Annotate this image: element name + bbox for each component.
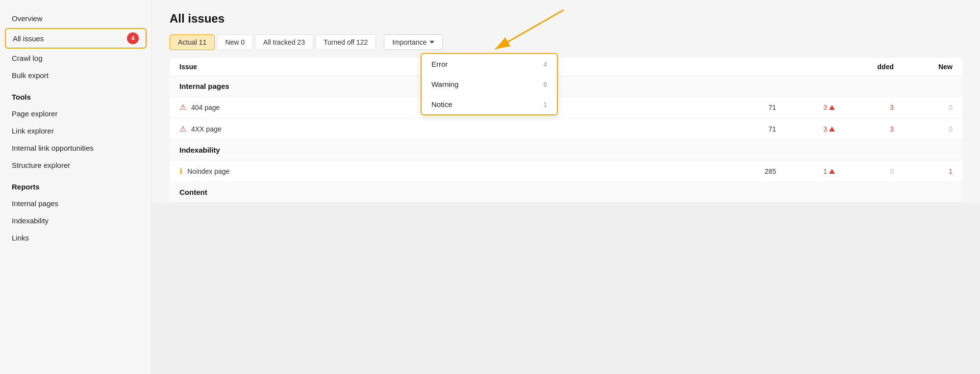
section-content: Content (170, 182, 962, 203)
issue-cell-noindex: ℹ Noindex page (179, 166, 717, 176)
col-added: dded (835, 63, 894, 71)
main-header: All issues Actual 11 New 0 All tracked 2… (152, 0, 980, 58)
table-header: Issue dded New (170, 58, 962, 76)
trend-up-icon: 1 (823, 167, 835, 175)
triangle-up-icon (829, 127, 835, 132)
sidebar-item-label: Bulk export (12, 71, 49, 80)
cell-new-404: 0 (894, 104, 953, 111)
notice-icon: ℹ (179, 166, 182, 176)
issues-table: Issue dded New Internal pages ⚠ 404 page (170, 58, 962, 203)
importance-dropdown-menu: Error 4 Warning 6 Notice 1 (421, 53, 558, 115)
sidebar-item-crawl-log[interactable]: Crawl log (0, 50, 151, 67)
trend-up-icon: 3 (823, 104, 835, 111)
sidebar-item-label: Crawl log (12, 54, 43, 62)
dropdown-item-warning[interactable]: Warning 6 (422, 74, 557, 94)
cell-new-4xx: 0 (894, 125, 953, 133)
cell-value-noindex: 285 (717, 167, 776, 175)
cell-change-noindex: 1 (776, 167, 835, 175)
sidebar-item-label: Page explorer (12, 109, 57, 118)
reports-section-title: Reports (0, 174, 151, 195)
table-row[interactable]: ℹ Noindex page 285 1 0 1 (170, 160, 962, 182)
dropdown-item-error[interactable]: Error 4 (422, 54, 557, 74)
triangle-up-icon (829, 105, 835, 110)
sidebar-item-label: Overview (12, 14, 43, 23)
sidebar: Overview All issues 4 Crawl log Bulk exp… (0, 0, 152, 374)
col-count (717, 63, 776, 71)
sidebar-item-bulk-export[interactable]: Bulk export (0, 67, 151, 84)
sidebar-item-internal-pages[interactable]: Internal pages (0, 195, 151, 212)
sidebar-item-label: Link explorer (12, 127, 54, 135)
cell-added-404: 3 (835, 104, 894, 111)
cell-value-4xx: 71 (717, 125, 776, 133)
sidebar-item-label: All issues (13, 34, 44, 43)
col-change (776, 63, 835, 71)
tab-all-tracked[interactable]: All tracked 23 (255, 34, 313, 50)
chevron-down-icon (429, 41, 434, 44)
importance-dropdown-button[interactable]: Importance (384, 34, 443, 50)
triangle-up-icon (829, 169, 835, 174)
issue-cell-4xx: ⚠ 4XX page (179, 124, 717, 134)
error-icon: ⚠ (179, 124, 186, 134)
sidebar-item-indexability[interactable]: Indexability (0, 212, 151, 229)
trend-up-icon: 3 (823, 125, 835, 133)
error-icon: ⚠ (179, 103, 186, 112)
tab-new[interactable]: New 0 (217, 34, 253, 50)
sidebar-item-links[interactable]: Links (0, 229, 151, 246)
cell-added-4xx: 3 (835, 125, 894, 133)
filter-tabs: Actual 11 New 0 All tracked 23 Turned of… (170, 34, 962, 50)
main-panel: All issues Actual 11 New 0 All tracked 2… (152, 0, 980, 203)
sidebar-item-label: Links (12, 234, 29, 242)
tab-turned-off[interactable]: Turned off 122 (315, 34, 376, 50)
sidebar-item-label: Internal link opportunities (12, 144, 94, 152)
page-title: All issues (170, 12, 962, 26)
section-indexability: Indexability (170, 140, 962, 160)
sidebar-item-link-explorer[interactable]: Link explorer (0, 122, 151, 139)
table-row[interactable]: ⚠ 404 page 71 3 3 0 (170, 97, 962, 118)
sidebar-item-label: Indexability (12, 216, 49, 225)
sidebar-item-label: Structure explorer (12, 161, 70, 169)
tab-actual[interactable]: Actual 11 (170, 34, 215, 50)
cell-new-noindex: 1 (894, 167, 953, 175)
table-row[interactable]: ⚠ 4XX page 71 3 3 0 (170, 118, 962, 140)
col-new: New (894, 63, 953, 71)
cell-change-404: 3 (776, 104, 835, 111)
sidebar-item-label: Internal pages (12, 199, 58, 208)
issues-table-area: Issue dded New Internal pages ⚠ 404 page (152, 58, 980, 203)
cell-added-noindex: 0 (835, 167, 894, 175)
sidebar-item-page-explorer[interactable]: Page explorer (0, 105, 151, 122)
sidebar-item-overview[interactable]: Overview (0, 10, 151, 27)
cell-change-4xx: 3 (776, 125, 835, 133)
all-issues-badge: 4 (127, 32, 139, 44)
section-internal-pages: Internal pages (170, 76, 962, 97)
sidebar-item-all-issues[interactable]: All issues 4 (5, 28, 147, 49)
sidebar-item-structure-explorer[interactable]: Structure explorer (0, 157, 151, 174)
sidebar-item-internal-link-opportunities[interactable]: Internal link opportunities (0, 139, 151, 157)
dropdown-item-notice[interactable]: Notice 1 (422, 94, 557, 114)
tools-section-title: Tools (0, 84, 151, 105)
main-content: All issues Actual 11 New 0 All tracked 2… (152, 0, 980, 374)
cell-value-404: 71 (717, 104, 776, 111)
